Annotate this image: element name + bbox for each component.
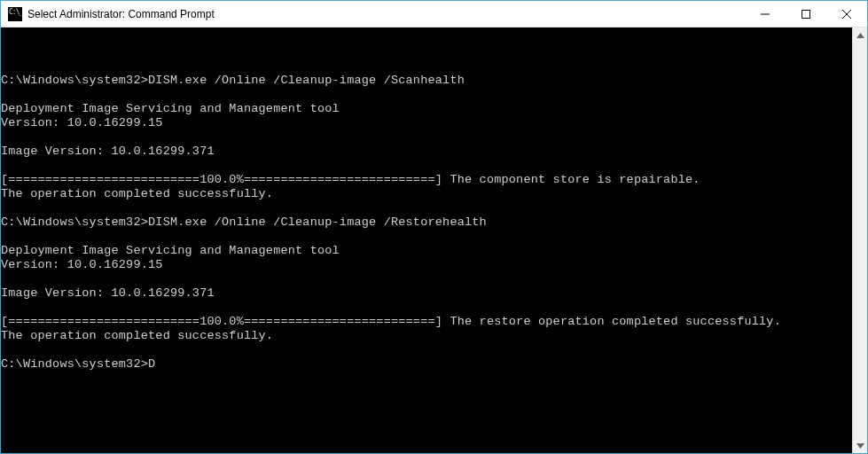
window-body: C:\Windows\system32>DISM.exe /Online /Cl… (1, 27, 867, 453)
maximize-button[interactable] (786, 1, 826, 27)
window-title: Select Administrator: Command Prompt (27, 8, 215, 20)
svg-marker-5 (856, 443, 864, 449)
scrollbar[interactable] (852, 27, 867, 453)
terminal-output[interactable]: C:\Windows\system32>DISM.exe /Online /Cl… (1, 27, 852, 453)
svg-marker-4 (856, 33, 864, 38)
cmd-window: Select Administrator: Command Prompt C:\… (0, 0, 868, 454)
svg-rect-1 (802, 10, 810, 18)
scroll-down-icon[interactable] (853, 438, 867, 453)
scroll-track[interactable] (853, 43, 867, 438)
titlebar[interactable]: Select Administrator: Command Prompt (1, 1, 867, 27)
scroll-up-icon[interactable] (853, 27, 867, 43)
cmd-icon (8, 7, 22, 21)
close-button[interactable] (826, 1, 867, 27)
minimize-button[interactable] (745, 1, 786, 27)
